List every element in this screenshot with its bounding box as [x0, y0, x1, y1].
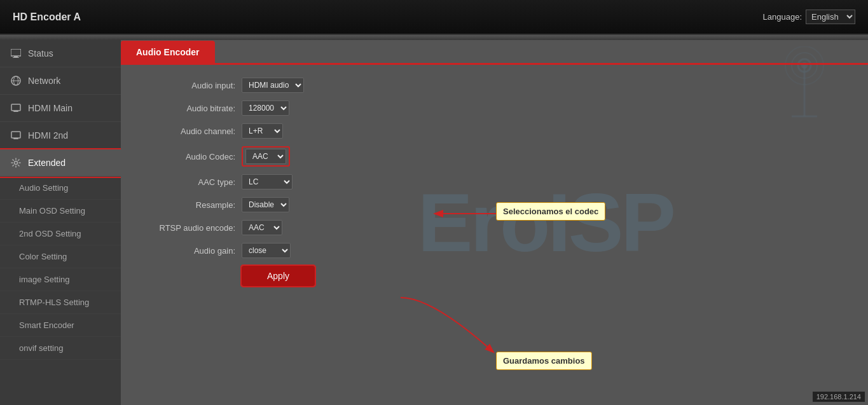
audio-channel-label: Audio channel: [140, 127, 242, 136]
sidebar-item-network[interactable]: Network [0, 67, 121, 95]
sidebar-item-status[interactable]: Status [0, 40, 121, 67]
rtsp-audio-label: RTSP audio encode: [140, 223, 242, 233]
header: HD Encoder A Language: English Chinese [0, 0, 868, 35]
main-content: EroISP Audio Encoder Audio input: HDMI a… [121, 40, 868, 405]
aac-type-row: AAC type: LC HE-AAC [140, 174, 849, 189]
sidebar-item-rtmp-hls[interactable]: RTMP-HLS Setting [0, 291, 121, 314]
language-area: Language: English Chinese [763, 10, 855, 24]
language-label: Language: [763, 12, 802, 22]
resample-label: Resample: [140, 200, 242, 210]
globe-icon [10, 75, 22, 86]
apply-row: Apply [140, 266, 849, 286]
sidebar-label-hdmi-main: HDMI Main [28, 103, 72, 113]
svg-rect-1 [14, 56, 18, 57]
monitor-icon [10, 48, 22, 59]
audio-codec-row: Audio Codec: AAC MP3 G711 [140, 146, 849, 167]
audio-gain-row: Audio gain: close low medium high [140, 243, 849, 258]
ip-badge: 192.168.1.214 [812, 391, 865, 402]
rtsp-audio-select[interactable]: AAC G711 [242, 220, 282, 235]
app-title: HD Encoder A [13, 11, 81, 23]
sidebar-item-audio-setting[interactable]: Audio Setting [0, 177, 121, 200]
tab-audio-encoder[interactable]: Audio Encoder [121, 41, 215, 64]
audio-input-select[interactable]: HDMI audio Line in [242, 78, 304, 93]
sidebar-item-extended[interactable]: Extended [0, 149, 121, 177]
audio-input-label: Audio input: [140, 81, 242, 90]
annotation-codec: Seleccionamos el codec [496, 202, 605, 221]
rtsp-audio-row: RTSP audio encode: AAC G711 [140, 220, 849, 235]
layout: Status Network HDMI Main HDMI 2nd Extend [0, 40, 868, 405]
form-area: Audio input: HDMI audio Line in Audio bi… [121, 65, 868, 306]
sidebar-item-onvif[interactable]: onvif setting [0, 337, 121, 360]
hdmi-main-icon [10, 102, 22, 114]
svg-point-10 [15, 161, 18, 165]
audio-bitrate-label: Audio bitrate: [140, 104, 242, 113]
svg-rect-6 [11, 104, 20, 111]
top-bar [0, 35, 868, 40]
aac-type-select[interactable]: LC HE-AAC [242, 174, 293, 189]
svg-rect-8 [11, 132, 20, 138]
sidebar-label-status: Status [28, 48, 53, 58]
sidebar-item-smart-encoder[interactable]: Smart Encoder [0, 314, 121, 337]
sidebar-item-hdmi-2nd[interactable]: HDMI 2nd [0, 122, 121, 149]
audio-codec-select[interactable]: AAC MP3 G711 [245, 149, 286, 164]
resample-row: Resample: Disable Enable [140, 197, 849, 212]
resample-select[interactable]: Disable Enable [242, 197, 289, 212]
audio-gain-label: Audio gain: [140, 246, 242, 256]
svg-rect-2 [13, 57, 19, 58]
audio-codec-highlight: AAC MP3 G711 [242, 146, 290, 167]
apply-button[interactable]: Apply [242, 266, 315, 286]
hdmi-2nd-icon [10, 130, 22, 141]
annotation-save: Guardamos cambios [496, 352, 592, 370]
sidebar-item-main-osd[interactable]: Main OSD Setting [0, 200, 121, 223]
svg-rect-9 [13, 138, 18, 139]
audio-gain-select[interactable]: close low medium high [242, 243, 291, 258]
aac-type-label: AAC type: [140, 177, 242, 187]
sidebar-item-image-setting[interactable]: image Setting [0, 268, 121, 291]
tab-bar: Audio Encoder [121, 40, 868, 65]
audio-bitrate-select[interactable]: 128000 64000 32000 [242, 100, 289, 116]
audio-channel-select[interactable]: L+R Mono [242, 123, 283, 139]
sidebar-label-hdmi-2nd: HDMI 2nd [28, 130, 68, 141]
svg-rect-7 [13, 111, 18, 112]
audio-bitrate-row: Audio bitrate: 128000 64000 32000 [140, 100, 849, 116]
audio-channel-row: Audio channel: L+R Mono [140, 123, 849, 139]
gear-icon [10, 157, 22, 168]
sidebar-item-2nd-osd[interactable]: 2nd OSD Setting [0, 223, 121, 245]
svg-rect-0 [11, 49, 21, 56]
audio-input-row: Audio input: HDMI audio Line in [140, 78, 849, 93]
audio-codec-label: Audio Codec: [140, 152, 242, 161]
sidebar-item-hdmi-main[interactable]: HDMI Main [0, 95, 121, 122]
sidebar-item-color-setting[interactable]: Color Setting [0, 245, 121, 268]
sidebar: Status Network HDMI Main HDMI 2nd Extend [0, 40, 121, 405]
sidebar-label-network: Network [28, 76, 60, 86]
sidebar-label-extended: Extended [28, 158, 65, 168]
language-select[interactable]: English Chinese [806, 10, 855, 24]
